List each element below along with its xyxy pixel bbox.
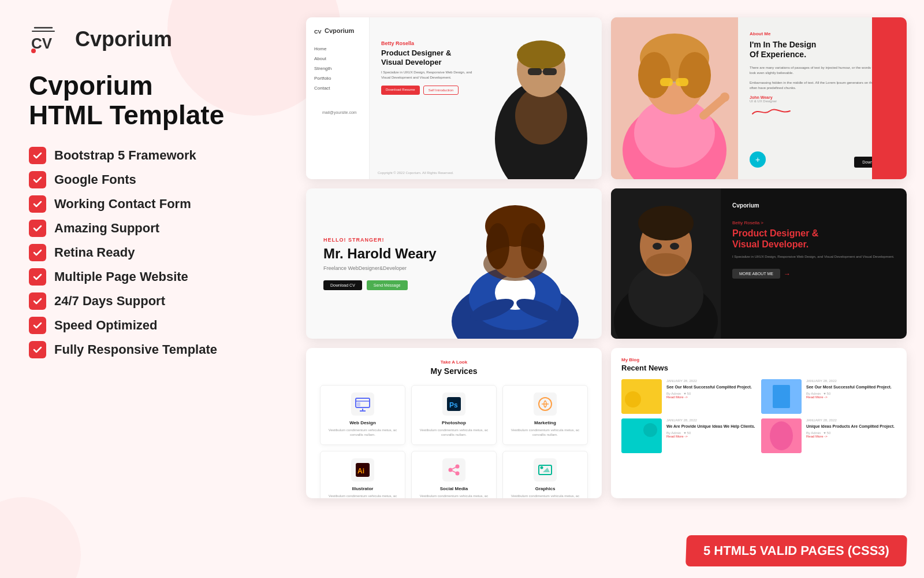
blog-info-2: JANUARY 28, 2022 See Our Most Successful… [806, 379, 896, 414]
service-item-graphics: Graphics Vestibulum condimentum vehicula… [502, 451, 588, 498]
preview-card-2: About Me I'm In The DesignOf Experience.… [611, 17, 907, 179]
blog-read-more[interactable]: Read More -> [666, 435, 757, 438]
card1-desc: I Specialize in UI/UX Design, Responsive… [381, 70, 474, 80]
blog-date: JANUARY 28, 2022 [666, 379, 757, 383]
preview-card-6: My Blog Recent News JANUARY 28, 2022 See… [611, 348, 907, 498]
brand-name: Cvporium [75, 27, 172, 51]
nav-item: Home [314, 46, 361, 51]
svg-point-18 [679, 52, 711, 98]
list-item: 24/7 Days Support [29, 292, 271, 310]
card4-person-label: Betty Rosella > [732, 220, 895, 225]
nav-item: Portfolio [314, 76, 361, 81]
blog-post-2: JANUARY 28, 2022 See Our Most Successful… [761, 379, 896, 414]
card1-person-name: Betty Rosella [381, 40, 474, 46]
svg-point-23 [720, 92, 729, 102]
check-icon-6 [29, 268, 46, 286]
card4-more-button[interactable]: MORE ABOUT ME [732, 269, 780, 279]
svg-rect-44 [357, 402, 360, 406]
service-name: Marketing [509, 420, 582, 425]
blog-thumb-3 [621, 418, 662, 453]
blog-date: JANUARY 28, 2022 [806, 418, 896, 422]
list-item: Google Fonts [29, 171, 271, 188]
svg-point-52 [449, 468, 453, 472]
card1-footer: Copyright © 2022 Cvporium. All Rights Re… [378, 171, 453, 175]
svg-point-3 [31, 49, 36, 53]
service-item-marketing: Marketing Vestibulum condimentum vehicul… [502, 385, 588, 445]
blog-post-4: JANUARY 28, 2022 Unique Ideas Products A… [761, 418, 896, 453]
list-item: Working Contact Form [29, 195, 271, 213]
blog-title: See Our Most Successful Complited Projec… [666, 384, 757, 390]
svg-rect-63 [773, 385, 790, 408]
blog-title: We Are Provide Unique Ideas We Help Clie… [666, 424, 757, 429]
card3-role: Freelance WebDesigner&Developer [323, 265, 437, 271]
card1-btn-download[interactable]: Download Resume [381, 86, 420, 95]
card3-btn-download[interactable]: Download CV [323, 280, 362, 290]
brand-logo-icon: CV [29, 23, 68, 55]
check-icon-8 [29, 317, 46, 334]
preview-card-4: Cvporium Betty Rosella > Product Designe… [611, 188, 907, 339]
svg-rect-19 [660, 78, 673, 86]
service-desc: Vestibulum condimentum vehicula metus, a… [418, 494, 490, 498]
service-item-photoshop: Ps Photoshop Vestibulum condimentum vehi… [411, 385, 497, 445]
svg-text:Ai: Ai [357, 467, 364, 475]
blog-read-more[interactable]: Read More -> [806, 435, 896, 438]
card5-subtitle: Take A Look [320, 360, 588, 365]
preview-card-1: CV Cvporium Home About Strength Portfoli… [306, 17, 602, 179]
card3-text: HELLO! STRANGER! Mr. Harold Weary Freela… [306, 220, 454, 307]
card1-btn-intro[interactable]: Self Introduction [423, 86, 459, 95]
check-icon-4 [29, 220, 46, 237]
nav-item: About [314, 56, 361, 61]
arrow-icon: → [784, 270, 791, 278]
card6-title: Recent News [621, 364, 896, 372]
service-item-social: Social Media Vestibulum condimentum vehi… [411, 451, 497, 498]
card3-greeting: HELLO! STRANGER! [323, 237, 437, 243]
service-name: Graphics [509, 486, 582, 491]
bottom-badge: 5 HTML5 VALID PAGES (CSS3) [685, 535, 907, 566]
check-icon-3 [29, 195, 46, 213]
blog-info-3: JANUARY 28, 2022 We Are Provide Unique I… [666, 418, 757, 453]
service-desc: Vestibulum condimentum vehicula metus, a… [509, 494, 582, 498]
svg-text:Ps: Ps [449, 401, 458, 409]
svg-line-55 [452, 467, 456, 469]
check-icon-2 [29, 171, 46, 188]
nav-item: Strength [314, 66, 361, 71]
list-item: Speed Optimized [29, 317, 271, 334]
card5-title: My Services [320, 366, 588, 376]
svg-point-65 [643, 423, 657, 437]
services-grid: Web Design Vestibulum condimentum vehicu… [320, 385, 588, 498]
blog-read-more[interactable]: Read More -> [666, 395, 757, 399]
service-desc: Vestibulum condimentum vehicula metus, a… [326, 428, 399, 438]
list-item: Bootstrap 5 Framework [29, 147, 271, 164]
card4-title: Product Designer & Visual Developer. [732, 228, 895, 250]
blog-title: See Our Most Successful Complited Projec… [806, 384, 896, 390]
service-name: Photoshop [418, 420, 490, 425]
right-panel: CV Cvporium Home About Strength Portfoli… [295, 0, 924, 578]
card1-person-image [480, 23, 602, 179]
svg-point-38 [646, 253, 686, 274]
blog-read-more[interactable]: Read More -> [806, 395, 896, 399]
card2-person-image [611, 17, 738, 179]
svg-point-53 [456, 464, 460, 468]
svg-point-41 [670, 243, 679, 250]
social-media-icon [442, 458, 465, 481]
service-desc: Vestibulum condimentum vehicula metus, a… [509, 428, 582, 438]
list-item: Fully Responsive Template [29, 341, 271, 358]
service-name: Illustrator [326, 486, 399, 491]
svg-point-40 [653, 243, 662, 250]
card2-plus-button[interactable]: + [750, 151, 766, 168]
svg-point-39 [638, 206, 694, 240]
webdesign-icon [351, 392, 374, 416]
service-name: Web Design [326, 420, 399, 425]
svg-point-8 [517, 40, 565, 69]
blog-post-1: JANUARY 28, 2022 See Our Most Successful… [621, 379, 757, 414]
blog-grid: JANUARY 28, 2022 See Our Most Successful… [621, 379, 896, 453]
card1-contact: mail@yoursite.com [314, 102, 361, 123]
blog-thumb-2 [761, 379, 802, 414]
preview-card-3: HELLO! STRANGER! Mr. Harold Weary Freela… [306, 188, 602, 339]
svg-text:CV: CV [314, 29, 322, 35]
card3-name: Mr. Harold Weary [323, 246, 437, 261]
card3-btn-message[interactable]: Send Message [367, 280, 408, 290]
svg-point-54 [456, 471, 460, 475]
nav-item: Contact [314, 86, 361, 91]
svg-point-67 [770, 421, 793, 450]
